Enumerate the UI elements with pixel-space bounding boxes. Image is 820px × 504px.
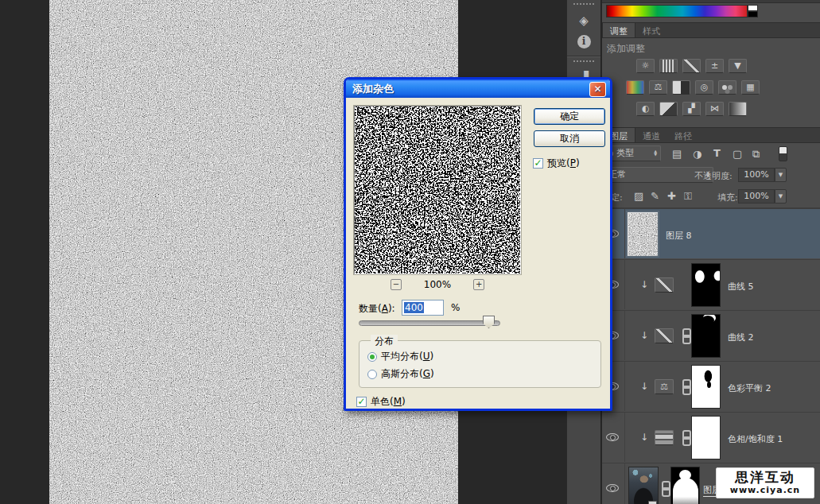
lock-all-icon[interactable]: ⚿ xyxy=(684,190,692,203)
white-swatch[interactable] xyxy=(748,5,758,11)
zoom-level: 100% xyxy=(424,279,451,290)
gaussian-radio[interactable] xyxy=(367,370,377,379)
color-spectrum-ramp[interactable] xyxy=(606,5,748,17)
color-balance-icon[interactable]: ⚖ xyxy=(649,80,667,95)
layer-name[interactable]: 色相/饱和度 1 xyxy=(728,433,783,445)
curves-adjustment-icon[interactable] xyxy=(655,277,674,293)
photo-filter-icon[interactable]: ◎ xyxy=(695,80,713,95)
visibility-eye-icon[interactable] xyxy=(606,484,619,492)
noise-preview[interactable] xyxy=(354,106,521,274)
layer-row-huesat[interactable]: ↓ 色相/饱和度 1 xyxy=(602,412,820,462)
layer-mask-thumbnail[interactable] xyxy=(691,416,721,459)
layer-row-curves2[interactable]: ↓ 曲线 2 xyxy=(602,310,820,360)
amount-input[interactable]: 400 xyxy=(402,300,444,316)
3d-material-icon[interactable]: ◈ xyxy=(573,11,595,30)
exposure-icon[interactable]: ± xyxy=(705,59,724,73)
close-icon[interactable]: ✕ xyxy=(589,82,606,97)
vibrance-icon[interactable]: ▼ xyxy=(729,59,747,73)
selective-color-icon[interactable] xyxy=(729,102,747,116)
tab-styles[interactable]: 样式 xyxy=(635,23,667,37)
visibility-eye-icon[interactable] xyxy=(606,433,619,441)
layer-mask-thumbnail[interactable] xyxy=(691,263,721,307)
layer-name[interactable]: 色彩平衡 2 xyxy=(728,382,771,394)
layer-mask-thumbnail[interactable] xyxy=(691,314,721,358)
brightness-contrast-icon[interactable]: ☼ xyxy=(636,59,655,73)
black-white-icon[interactable] xyxy=(672,80,690,95)
adjustment-layer-filter-icon[interactable]: ◑ xyxy=(693,148,701,160)
link-mask-icon[interactable] xyxy=(682,379,690,394)
link-mask-icon[interactable] xyxy=(682,328,690,343)
clipping-mask-arrow-icon: ↓ xyxy=(640,279,648,290)
info-icon[interactable]: i xyxy=(573,32,595,51)
layer-mask-thumbnail[interactable] xyxy=(670,467,700,504)
monochromatic-checkbox[interactable]: ✓ xyxy=(356,397,367,407)
fill-value[interactable]: 100% xyxy=(738,189,775,204)
zoom-in-button[interactable]: + xyxy=(473,279,484,290)
layer-thumbnail[interactable] xyxy=(628,212,658,256)
layer-mask-thumbnail[interactable] xyxy=(691,365,721,409)
dock-divider xyxy=(567,56,600,57)
filter-toggle-switch[interactable] xyxy=(779,146,787,161)
gradient-map-icon[interactable]: ⋈ xyxy=(705,102,724,116)
add-noise-dialog: 添加杂色 ✕ − 100% + 数量(A): 400 % 分布 平均分布(U) xyxy=(344,77,612,411)
fill-dropdown-arrow[interactable]: ▼ xyxy=(775,189,787,204)
smart-object-badge-icon xyxy=(648,501,657,504)
cancel-button[interactable]: 取消 xyxy=(534,130,605,147)
layers-panel-controls: ◍ 类型 ▲▼ ▤ ◑ T ▢ ⧉ 正常 ▲▼ 不透明度: 100% ▼ 锁定:… xyxy=(602,143,820,208)
uniform-radio[interactable] xyxy=(367,352,377,362)
tab-adjustments[interactable]: 调整 xyxy=(602,23,635,37)
opacity-dropdown-arrow[interactable]: ▼ xyxy=(775,168,787,182)
site-watermark: 思洋互动 www.ciya.cn xyxy=(716,467,814,498)
add-adjustment-label: 添加调整 xyxy=(607,42,645,56)
lock-paint-brush-icon[interactable]: ✎ xyxy=(651,190,659,202)
layer-name[interactable]: 曲线 2 xyxy=(728,331,754,343)
smart-object-filter-icon[interactable]: ⧉ xyxy=(752,148,760,161)
zoom-out-button[interactable]: − xyxy=(391,279,402,290)
black-swatch[interactable] xyxy=(748,11,758,17)
amount-slider-track[interactable] xyxy=(359,320,500,326)
layer-row-curves5[interactable]: ↓ 曲线 5 xyxy=(602,259,820,309)
type-layer-filter-icon[interactable]: T xyxy=(713,147,721,159)
distribution-groupbox: 分布 平均分布(U) 高斯分布(G) xyxy=(359,340,601,388)
adjustments-panel: 添加调整 ☼ ± ▼ ⚖ ◎ ▦ ◐ ▞ ⋈ xyxy=(602,38,820,127)
layers-tabbar: 图层 通道 路径 xyxy=(602,127,820,143)
hue-saturation-adjustment-icon[interactable] xyxy=(655,430,674,445)
layer-row-colorbalance[interactable]: ↓ ⚖ 色彩平衡 2 xyxy=(602,361,820,411)
layer-name[interactable]: 曲线 5 xyxy=(728,281,754,293)
tab-channels[interactable]: 通道 xyxy=(635,128,667,142)
photo-layer-thumbnail[interactable] xyxy=(628,467,659,504)
threshold-icon[interactable]: ▞ xyxy=(682,102,701,116)
amount-slider-thumb[interactable] xyxy=(483,316,495,328)
clipping-mask-arrow-icon: ↓ xyxy=(640,330,648,341)
curves-adjustment-icon[interactable] xyxy=(655,328,674,343)
ok-button[interactable]: 确定 xyxy=(534,108,605,125)
opacity-label: 不透明度: xyxy=(694,170,733,182)
color-lookup-icon[interactable]: ▦ xyxy=(741,80,760,95)
color-balance-adjustment-icon[interactable]: ⚖ xyxy=(655,379,674,394)
shape-layer-filter-icon[interactable]: ▢ xyxy=(733,148,742,160)
posterize-icon[interactable] xyxy=(659,102,678,116)
levels-icon[interactable] xyxy=(659,59,678,73)
right-panel-column: 调整 样式 添加调整 ☼ ± ▼ ⚖ ◎ ▦ ◐ ▞ ⋈ 图层 通道 xyxy=(602,0,820,504)
preview-checkbox[interactable]: ✓ xyxy=(533,158,543,169)
lock-transparent-icon[interactable]: ▨ xyxy=(634,190,643,202)
uniform-radio-label: 平均分布(U) xyxy=(381,350,433,363)
lock-move-icon[interactable]: ✚ xyxy=(667,190,676,202)
link-mask-icon[interactable] xyxy=(682,430,690,444)
color-panel xyxy=(602,3,820,22)
dock-grip-handle[interactable] xyxy=(573,3,594,10)
layer-row-noise[interactable]: 图层 8 xyxy=(602,208,820,258)
link-mask-icon[interactable] xyxy=(661,481,669,495)
layer-name[interactable]: 图层 8 xyxy=(666,230,692,242)
invert-icon[interactable]: ◐ xyxy=(636,102,655,116)
opacity-value[interactable]: 100% xyxy=(738,168,775,182)
dialog-titlebar[interactable]: 添加杂色 ✕ xyxy=(346,79,610,98)
layer-list: 图层 8 ↓ 曲线 5 ↓ 曲线 2 ↓ ⚖ 色彩平衡 2 xyxy=(602,208,820,504)
adjust-styles-tabbar: 调整 样式 xyxy=(602,22,820,38)
curves-icon[interactable] xyxy=(682,59,701,73)
channel-mixer-icon[interactable] xyxy=(718,80,736,95)
hue-saturation-icon[interactable] xyxy=(626,80,644,95)
tab-paths[interactable]: 路径 xyxy=(667,128,699,142)
dock-grip-handle-2[interactable] xyxy=(573,60,594,67)
pixel-layer-filter-icon[interactable]: ▤ xyxy=(672,148,682,160)
